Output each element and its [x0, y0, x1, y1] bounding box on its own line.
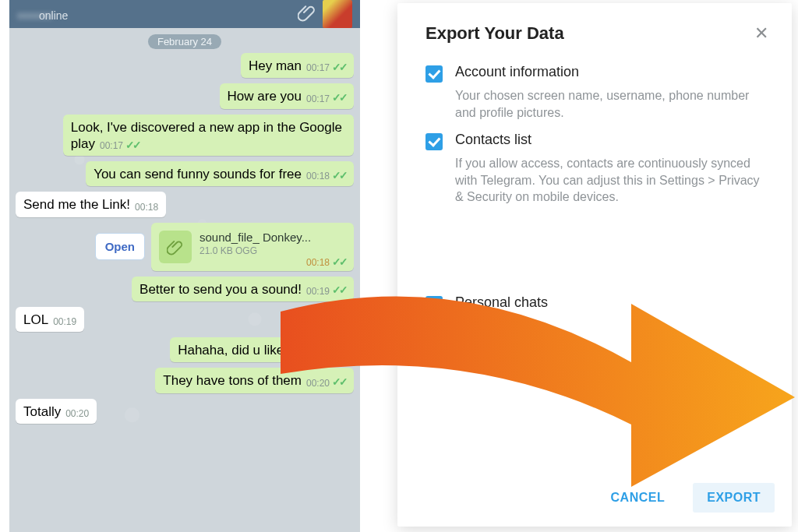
message-text: Better to send you a sound!	[139, 282, 302, 297]
checkbox[interactable]	[425, 133, 443, 150]
option-label: Personal chats	[455, 294, 548, 311]
message-text: Send me the Link!	[23, 197, 130, 212]
message-time: 00:19	[306, 347, 330, 358]
file-name: sound_file_ Donkey...	[200, 231, 346, 244]
incoming-message[interactable]: Send me the Link!00:18	[16, 192, 166, 217]
export-option: Account information	[425, 64, 768, 83]
export-button[interactable]: EXPORT	[693, 483, 775, 513]
outgoing-message[interactable]: How are you00:17✓✓	[220, 83, 354, 108]
outgoing-message[interactable]: Hey man00:17✓✓	[241, 53, 354, 78]
message-text: Hahaha, did u like it?	[178, 343, 302, 358]
outgoing-message[interactable]: They have tons of them00:20✓✓	[155, 368, 354, 393]
read-ticks-icon: ✓✓	[332, 284, 346, 298]
option-description: Your chosen screen name, username, phone…	[455, 87, 768, 121]
export-option: Personal chats	[425, 294, 768, 313]
date-badge: February 24	[148, 34, 221, 49]
option-description: If you allow access, contacts are contin…	[455, 155, 768, 206]
chat-header: xxxxxxx online	[9, 0, 360, 28]
checkbox[interactable]	[425, 296, 443, 313]
read-ticks-icon: ✓✓	[332, 61, 346, 75]
incoming-message[interactable]: Totally00:20	[16, 399, 97, 424]
open-button[interactable]: Open	[95, 233, 145, 260]
close-icon[interactable]: ✕	[754, 23, 768, 44]
message-text: LOL	[23, 312, 48, 327]
dialog-footer: CANCEL EXPORT	[397, 470, 792, 527]
message-text: You can send funny sounds for free	[94, 167, 302, 181]
message-time: 00:19	[53, 316, 76, 328]
read-ticks-icon: ✓✓	[332, 375, 346, 389]
export-dialog: Export Your Data ✕ Account informationYo…	[397, 3, 792, 527]
attach-icon[interactable]	[298, 3, 316, 25]
message-text: How are you	[228, 89, 302, 104]
export-option: Contacts list	[425, 132, 768, 150]
message-time: 00:19	[306, 286, 330, 298]
read-ticks-icon: ✓✓	[332, 345, 346, 359]
outgoing-message[interactable]: Better to send you a sound!00:19✓✓	[132, 277, 354, 301]
file-size: 21.0 KB OGG	[200, 245, 346, 256]
message-time: 00:17	[306, 62, 330, 74]
message-time: 00:18	[135, 202, 158, 213]
outgoing-message[interactable]: You can send funny sounds for free00:18✓…	[86, 161, 354, 186]
message-time: 00:17	[306, 93, 330, 105]
option-label: Private groups	[455, 347, 546, 364]
checkbox[interactable]	[425, 349, 443, 366]
message-time: 00:20	[65, 408, 89, 420]
outgoing-message[interactable]: Look, I've discovered a new app in the G…	[63, 115, 354, 157]
option-label: Bot chats	[455, 321, 514, 337]
message-time: 00:20	[306, 378, 330, 389]
checkbox[interactable]	[425, 65, 443, 83]
message-time: 00:17	[100, 140, 123, 152]
dialog-title: Export Your Data	[425, 23, 754, 44]
message-time: 00:18	[306, 171, 330, 182]
read-ticks-icon: ✓✓	[332, 91, 346, 105]
dialog-header: Export Your Data ✕	[397, 3, 792, 56]
cancel-button[interactable]: CANCEL	[597, 483, 680, 513]
dialog-body: Account informationYour chosen screen na…	[397, 56, 792, 470]
option-label: Account information	[455, 64, 579, 80]
read-ticks-icon: ✓✓	[332, 255, 346, 268]
read-ticks-icon: ✓✓	[125, 139, 139, 153]
file-attachment: Opensound_file_ Donkey...21.0 KB OGG00:1…	[95, 223, 354, 271]
option-label: Contacts list	[455, 132, 531, 148]
read-ticks-icon: ✓✓	[332, 169, 346, 183]
incoming-message[interactable]: LOL00:19	[16, 307, 84, 332]
message-text: Totally	[23, 404, 61, 419]
paperclip-icon	[159, 231, 192, 263]
file-bubble[interactable]: sound_file_ Donkey...21.0 KB OGG00:18✓✓	[151, 223, 354, 271]
message-time: 00:18✓✓	[306, 255, 346, 268]
avatar[interactable]	[323, 0, 352, 28]
export-option: Bot chats	[425, 321, 768, 340]
message-text: Hey man	[249, 58, 302, 73]
chat-window: xxxxxxx online February 24 Hey man00:17✓…	[9, 0, 360, 532]
export-option: Private groups	[425, 347, 768, 366]
status-text: online	[39, 9, 68, 22]
checkbox[interactable]	[425, 322, 443, 340]
message-text: They have tons of them	[163, 373, 302, 388]
outgoing-message[interactable]: Hahaha, did u like it?00:19✓✓	[170, 337, 354, 362]
message-list[interactable]: Hey man00:17✓✓How are you00:17✓✓Look, I'…	[9, 53, 360, 532]
